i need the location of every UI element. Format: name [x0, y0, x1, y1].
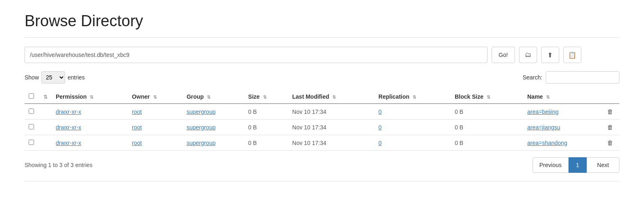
controls-row: Show 10 25 50 100 entries Search: [25, 71, 619, 84]
list-icon-button[interactable]: 📋 [563, 47, 581, 63]
row-name-2[interactable]: area=shandong [523, 135, 603, 151]
search-row: Search: [523, 71, 619, 84]
header-size[interactable]: Size ⇅ [244, 90, 288, 104]
sort-arrows-icon: ⇅ [43, 94, 48, 100]
owner-link-0[interactable]: root [132, 109, 142, 115]
pagination-buttons: Previous 1 Next [533, 157, 619, 173]
permission-link-2[interactable]: drwxr-xr-x [56, 140, 81, 146]
header-name[interactable]: Name ⇅ [523, 90, 603, 104]
upload-icon-button[interactable]: ⬆ [541, 47, 559, 63]
row-group-1[interactable]: supergroup [182, 120, 244, 135]
name-link-0[interactable]: area=beijing [527, 109, 559, 115]
row-permission-0[interactable]: drwxr-xr-x [52, 104, 128, 120]
table-row: drwxr-xr-x root supergroup 0 B Nov 10 17… [25, 104, 619, 120]
row-sort-cell-2 [39, 135, 52, 151]
page-1-button[interactable]: 1 [569, 157, 587, 173]
row-size-2: 0 B [244, 135, 288, 151]
delete-icon-0[interactable]: 🗑 [607, 108, 613, 115]
delete-icon-1[interactable]: 🗑 [607, 124, 613, 131]
next-button[interactable]: Next [587, 157, 619, 173]
owner-link-1[interactable]: root [132, 124, 142, 131]
row-delete-0[interactable]: 🗑 [603, 104, 619, 120]
search-input[interactable] [546, 71, 619, 84]
header-group[interactable]: Group ⇅ [182, 90, 244, 104]
row-checkbox-0[interactable] [29, 109, 34, 114]
row-block-size-2: 0 B [451, 135, 523, 151]
name-link-1[interactable]: area=jiangsu [527, 124, 560, 131]
row-checkbox-cell[interactable] [25, 120, 39, 135]
path-bar: Go! 🗂 ⬆ 📋 [25, 47, 619, 63]
row-name-1[interactable]: area=jiangsu [523, 120, 603, 135]
replication-link-2[interactable]: 0 [379, 140, 382, 146]
entries-label: entries [68, 74, 85, 81]
block-size-sort-icon: ⇅ [487, 95, 490, 100]
row-block-size-0: 0 B [451, 104, 523, 120]
replication-sort-icon: ⇅ [413, 95, 416, 100]
bottom-divider [25, 181, 619, 181]
folder-icon: 🗂 [525, 51, 531, 59]
row-permission-2[interactable]: drwxr-xr-x [52, 135, 128, 151]
row-replication-2[interactable]: 0 [374, 135, 451, 151]
directory-table: ⇅ Permission ⇅ Owner ⇅ Group ⇅ Size ⇅ [25, 90, 619, 151]
replication-link-1[interactable]: 0 [379, 124, 382, 131]
header-checkbox[interactable] [25, 90, 39, 104]
row-checkbox-cell[interactable] [25, 104, 39, 120]
select-all-checkbox[interactable] [29, 93, 34, 99]
permission-link-1[interactable]: drwxr-xr-x [56, 124, 81, 131]
group-link-1[interactable]: supergroup [186, 124, 215, 131]
table-row: drwxr-xr-x root supergroup 0 B Nov 10 17… [25, 135, 619, 151]
row-size-1: 0 B [244, 120, 288, 135]
entries-select[interactable]: 10 25 50 100 [41, 71, 65, 84]
row-replication-1[interactable]: 0 [374, 120, 451, 135]
row-group-2[interactable]: supergroup [182, 135, 244, 151]
header-block-size[interactable]: Block Size ⇅ [451, 90, 523, 104]
delete-icon-2[interactable]: 🗑 [607, 139, 613, 146]
name-link-2[interactable]: area=shandong [527, 140, 567, 146]
search-label: Search: [523, 74, 542, 81]
header-sort[interactable]: ⇅ [39, 90, 52, 104]
group-sort-icon: ⇅ [207, 95, 211, 100]
row-checkbox-2[interactable] [29, 140, 34, 145]
header-actions [603, 90, 619, 104]
owner-link-2[interactable]: root [132, 140, 142, 146]
header-last-modified[interactable]: Last Modified ⇅ [288, 90, 374, 104]
show-label: Show [25, 74, 39, 81]
show-entries: Show 10 25 50 100 entries [25, 71, 85, 84]
upload-icon: ⬆ [547, 51, 553, 59]
previous-button[interactable]: Previous [533, 157, 569, 173]
row-last-modified-0: Nov 10 17:34 [288, 104, 374, 120]
row-group-0[interactable]: supergroup [182, 104, 244, 120]
group-link-2[interactable]: supergroup [186, 140, 215, 146]
row-sort-cell-0 [39, 104, 52, 120]
row-last-modified-2: Nov 10 17:34 [288, 135, 374, 151]
row-last-modified-1: Nov 10 17:34 [288, 120, 374, 135]
row-owner-2[interactable]: root [128, 135, 182, 151]
row-delete-2[interactable]: 🗑 [603, 135, 619, 151]
path-input[interactable] [25, 47, 488, 63]
row-checkbox-cell[interactable] [25, 135, 39, 151]
row-sort-cell-1 [39, 120, 52, 135]
name-sort-icon: ⇅ [546, 95, 550, 100]
row-checkbox-1[interactable] [29, 124, 34, 129]
go-button[interactable]: Go! [492, 47, 515, 63]
list-icon: 📋 [568, 51, 576, 59]
folder-icon-button[interactable]: 🗂 [519, 47, 537, 63]
header-permission[interactable]: Permission ⇅ [52, 90, 128, 104]
row-owner-0[interactable]: root [128, 104, 182, 120]
row-delete-1[interactable]: 🗑 [603, 120, 619, 135]
row-name-0[interactable]: area=beijing [523, 104, 603, 120]
permission-sort-icon: ⇅ [90, 95, 93, 100]
header-owner[interactable]: Owner ⇅ [128, 90, 182, 104]
pagination-row: Showing 1 to 3 of 3 entries Previous 1 N… [25, 157, 619, 173]
owner-sort-icon: ⇅ [153, 95, 157, 100]
row-permission-1[interactable]: drwxr-xr-x [52, 120, 128, 135]
row-owner-1[interactable]: root [128, 120, 182, 135]
showing-text: Showing 1 to 3 of 3 entries [25, 162, 93, 168]
last-modified-sort-icon: ⇅ [332, 95, 336, 100]
size-sort-icon: ⇅ [263, 95, 267, 100]
permission-link-0[interactable]: drwxr-xr-x [56, 109, 81, 115]
group-link-0[interactable]: supergroup [186, 109, 215, 115]
header-replication[interactable]: Replication ⇅ [374, 90, 451, 104]
row-replication-0[interactable]: 0 [374, 104, 451, 120]
replication-link-0[interactable]: 0 [379, 109, 382, 115]
